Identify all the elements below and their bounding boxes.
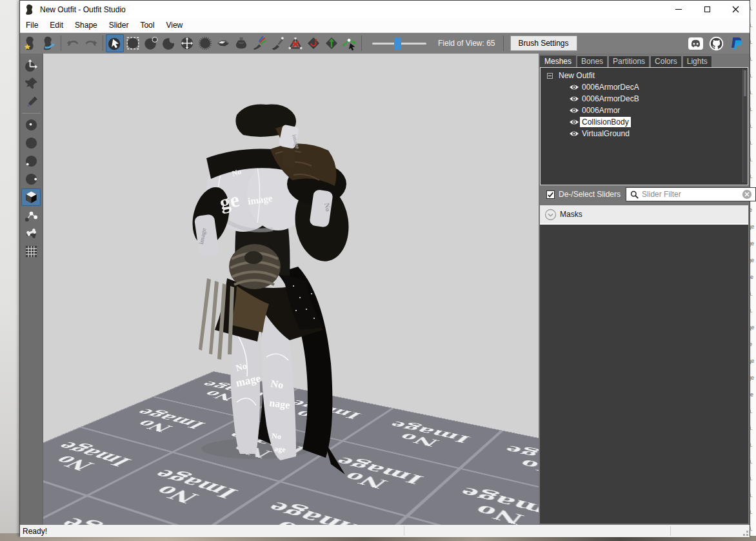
collision-toggle-icon[interactable] [304, 34, 323, 52]
vertex-edit-icon[interactable] [341, 34, 359, 52]
brush-settings-button[interactable]: Brush Settings [510, 36, 577, 51]
tree-item-row[interactable]: 0006ArmorDecA [541, 81, 748, 93]
menu-bar: FileEditShapeSliderToolView [20, 18, 750, 33]
window-title: New Outfit - Outfit Studio [40, 5, 126, 14]
weight-brush-icon[interactable] [250, 34, 268, 52]
ground-tile-text: NoImage [444, 485, 539, 525]
tree-item-row[interactable]: VirtualGround [541, 128, 748, 139]
ground-tile-text: NoImage [374, 420, 473, 453]
tree-item-row[interactable]: CollisionBody [541, 116, 748, 128]
minimize-button[interactable] [664, 1, 693, 18]
masks-label: Masks [560, 210, 582, 219]
circle-dot-center-icon[interactable] [21, 116, 41, 134]
tree-item-label[interactable]: VirtualGround [580, 128, 632, 139]
circle-dot-right-icon[interactable] [21, 170, 41, 188]
textured-cube-icon[interactable] [21, 189, 41, 206]
menu-shape[interactable]: Shape [69, 19, 103, 32]
pencil-icon[interactable] [21, 93, 41, 110]
resize-grip[interactable] [741, 528, 748, 536]
maximize-button[interactable] [693, 1, 721, 18]
fov-slider[interactable] [372, 43, 426, 45]
tree-root-row[interactable]: New Outfit [541, 70, 748, 81]
rotate-center-icon[interactable] [21, 57, 41, 74]
eye-visibility-icon[interactable] [569, 107, 579, 114]
mask-pouch-icon[interactable] [232, 34, 250, 52]
pose-toggle-icon[interactable] [323, 34, 341, 52]
status-divider [404, 526, 404, 536]
tree-item-label[interactable]: 0006Armor [580, 105, 622, 116]
viewport-3d[interactable]: NoImageNoImageNoImageNoImageNoImageNoIma… [43, 54, 539, 525]
tree-root-label: New Outfit [557, 70, 597, 81]
discord-icon[interactable] [686, 34, 704, 52]
eye-visibility-icon[interactable] [569, 130, 579, 138]
alpha-brush-icon[interactable] [286, 34, 304, 52]
eye-visibility-icon[interactable] [569, 83, 579, 91]
grid-icon[interactable] [21, 243, 41, 260]
close-icon [732, 6, 739, 13]
ground-tile-text: NoImage [128, 467, 242, 512]
circle-plain-icon[interactable] [21, 134, 41, 152]
tab-colors[interactable]: Colors [650, 56, 682, 67]
new-project-icon[interactable] [22, 34, 40, 52]
load-project-icon[interactable] [40, 34, 58, 52]
color-brush-icon[interactable] [268, 34, 286, 52]
tab-bones[interactable]: Bones [577, 56, 608, 67]
title-bar: New Outfit - Outfit Studio [20, 1, 750, 18]
circle-dot-bottomleft-icon[interactable] [21, 152, 41, 170]
menu-slider[interactable]: Slider [103, 19, 135, 32]
eye-visibility-icon[interactable] [569, 118, 579, 126]
status-bar: Ready! [20, 525, 750, 537]
erase-brush-icon[interactable] [214, 34, 232, 52]
panel-tabs: MeshesBonesPartitionsColorsLights [540, 55, 748, 67]
mask-brush-icon[interactable] [124, 34, 142, 52]
pin-icon[interactable] [21, 75, 41, 92]
model-texture-text: image [247, 193, 274, 207]
ground-tile-text: NoImage [208, 430, 310, 465]
slider-filter-input[interactable] [642, 190, 742, 199]
vertex-line-icon[interactable] [21, 207, 41, 224]
ground-tile-text: NoImage [244, 500, 368, 525]
close-button[interactable] [721, 1, 750, 18]
tab-meshes[interactable]: Meshes [540, 56, 576, 67]
undo-icon[interactable] [64, 34, 82, 52]
status-divider [670, 526, 671, 536]
bone-icon[interactable] [21, 225, 41, 242]
inflate-brush-icon[interactable] [142, 34, 160, 52]
select-tool-icon[interactable] [106, 34, 124, 52]
masks-section-header[interactable]: Masks [540, 205, 748, 224]
model-texture-text: image [291, 134, 301, 150]
menu-view[interactable]: View [160, 19, 188, 32]
redo-icon[interactable] [82, 34, 100, 52]
collapse-icon[interactable] [547, 73, 553, 79]
tab-lights[interactable]: Lights [682, 56, 712, 67]
menu-edit[interactable]: Edit [44, 19, 69, 32]
ground-tile-text: NoImage [43, 440, 135, 478]
tree-item-row[interactable]: 0006ArmorDecB [541, 93, 748, 105]
github-icon[interactable] [707, 34, 725, 52]
clear-filter-icon[interactable] [742, 189, 752, 199]
deflate-brush-icon[interactable] [160, 34, 178, 52]
paypal-icon[interactable] [728, 34, 746, 52]
ground-tile-text: NoImage [492, 444, 539, 483]
tree-item-label[interactable]: CollisionBody [580, 117, 631, 127]
tab-partitions[interactable]: Partitions [608, 56, 650, 67]
mesh-tree: New Outfit0006ArmorDecA0006ArmorDecB0006… [540, 67, 748, 185]
tree-item-label[interactable]: 0006ArmorDecA [580, 82, 641, 92]
menu-file[interactable]: File [20, 19, 44, 32]
toolbar-separator [103, 36, 103, 51]
smooth-brush-icon[interactable] [196, 34, 214, 52]
tree-scrollbar[interactable] [742, 69, 747, 183]
tree-item-row[interactable]: 0006Armor [541, 105, 748, 116]
outfit-studio-window: New Outfit - Outfit Studio FileEditShape… [19, 0, 750, 536]
deselect-sliders-checkbox[interactable] [546, 190, 555, 199]
slider-controls-row: De-/Select Sliders [540, 187, 748, 202]
menu-tool[interactable]: Tool [134, 19, 160, 32]
model-texture-text: No [231, 167, 243, 178]
eye-visibility-icon[interactable] [569, 95, 579, 103]
fov-slider-thumb[interactable] [394, 37, 401, 50]
move-brush-icon[interactable] [178, 34, 196, 52]
right-panel: MeshesBonesPartitionsColorsLights New Ou… [539, 54, 750, 525]
tree-item-label[interactable]: 0006ArmorDecB [580, 94, 641, 104]
toolbar-separator [361, 36, 362, 51]
ground-tile-text: NoImage [43, 515, 156, 525]
